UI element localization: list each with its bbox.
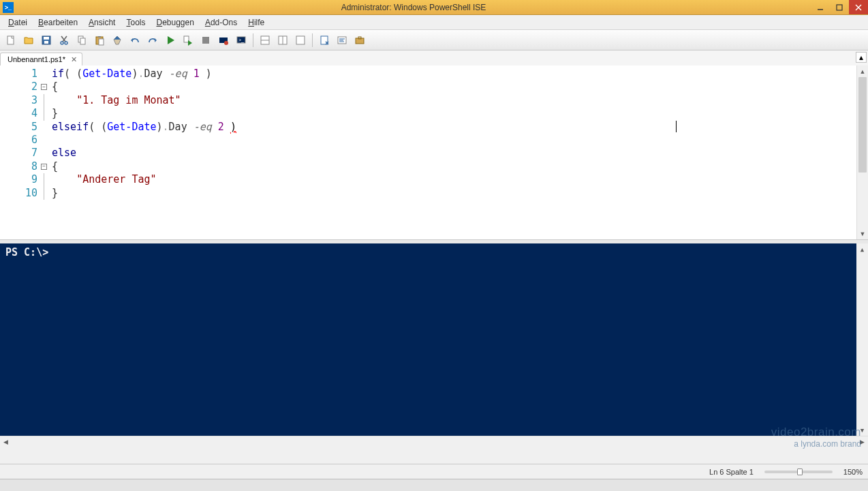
- toolbox-icon[interactable]: [352, 32, 368, 48]
- console-horizontal-scrollbar[interactable]: ◀ ▶: [0, 436, 868, 447]
- svg-text:>_: >_: [238, 38, 244, 43]
- layout3-icon[interactable]: [292, 32, 309, 48]
- svg-rect-27: [296, 36, 305, 44]
- console-pane[interactable]: PS C:\> ▲ ▼: [0, 243, 868, 436]
- close-button[interactable]: [849, 0, 868, 14]
- scroll-up-icon[interactable]: ▲: [857, 65, 868, 77]
- svg-rect-15: [98, 36, 101, 38]
- code-line[interactable]: if( (Get-Date).Day -eq 1 ): [52, 68, 868, 80]
- svg-point-10: [61, 42, 63, 44]
- fold-cell[interactable]: [40, 147, 52, 160]
- menu-add-ons[interactable]: Add-Ons: [200, 16, 243, 29]
- scroll-up-icon[interactable]: ▲: [856, 243, 868, 255]
- line-number: 3: [0, 94, 40, 107]
- svg-point-11: [65, 42, 67, 44]
- code-line[interactable]: }: [52, 187, 868, 200]
- fold-cell[interactable]: [40, 187, 52, 200]
- line-number: 10: [0, 187, 40, 200]
- line-number: 7: [0, 147, 40, 160]
- redo-icon[interactable]: [144, 32, 161, 48]
- svg-rect-4: [7, 36, 14, 44]
- scroll-down-icon[interactable]: ▼: [857, 228, 868, 239]
- menu-bearbeiten[interactable]: Bearbeiten: [33, 16, 83, 29]
- editor-vertical-scrollbar[interactable]: ▲ ▼: [856, 65, 868, 239]
- open-file-icon[interactable]: [20, 32, 37, 48]
- toolbar: >_: [0, 30, 868, 50]
- svg-point-20: [224, 41, 228, 45]
- layout1-icon[interactable]: [257, 32, 273, 48]
- svg-rect-17: [184, 36, 189, 42]
- show-command-icon[interactable]: [334, 32, 350, 48]
- code-line[interactable]: {: [52, 80, 868, 93]
- tab-bar: Unbenannt1.ps1* ✕ ▴: [0, 50, 868, 65]
- code-line[interactable]: }: [52, 107, 868, 120]
- clear-icon[interactable]: [109, 32, 125, 48]
- console-vertical-scrollbar[interactable]: ▲ ▼: [856, 243, 868, 436]
- line-number: 6: [0, 134, 40, 147]
- fold-cell[interactable]: [40, 173, 52, 186]
- svg-rect-13: [80, 38, 85, 44]
- tab-close-icon[interactable]: ✕: [69, 55, 78, 63]
- save-icon[interactable]: [38, 32, 55, 48]
- status-bar: Ln 6 Spalte 1 150%: [0, 464, 868, 479]
- scrollbar-thumb[interactable]: [858, 77, 867, 173]
- fold-cell[interactable]: [40, 134, 52, 147]
- code-line[interactable]: "Anderer Tag": [52, 173, 868, 186]
- fold-cell[interactable]: [40, 94, 52, 107]
- tab-unbenannt1[interactable]: Unbenannt1.ps1* ✕: [0, 53, 82, 65]
- code-line[interactable]: else: [52, 147, 868, 160]
- line-number: 9: [0, 173, 40, 186]
- cut-icon[interactable]: [56, 32, 72, 48]
- maximize-button[interactable]: [830, 0, 849, 14]
- copy-icon[interactable]: [74, 32, 90, 48]
- undo-icon[interactable]: [127, 32, 143, 48]
- stop-icon[interactable]: [198, 32, 214, 48]
- code-editor[interactable]: 12345678910 −− if( (Get-Date).Day -eq 1 …: [0, 65, 868, 240]
- line-number: 2: [0, 80, 40, 93]
- run-icon[interactable]: [162, 32, 179, 48]
- svg-rect-7: [44, 41, 48, 44]
- menu-datei[interactable]: Datei: [3, 16, 33, 29]
- menu-tools[interactable]: Tools: [121, 16, 151, 29]
- menu-debuggen[interactable]: Debuggen: [151, 16, 199, 29]
- fold-cell[interactable]: −: [40, 160, 52, 173]
- layout2-icon[interactable]: [275, 32, 291, 48]
- fold-cell[interactable]: [40, 107, 52, 120]
- svg-rect-1: [837, 5, 842, 10]
- fold-cell[interactable]: −: [40, 80, 52, 93]
- show-script-icon[interactable]: [316, 32, 332, 48]
- window-title: Administrator: Windows PowerShell ISE: [16, 3, 811, 12]
- scroll-up-button[interactable]: ▴: [856, 52, 867, 63]
- svg-rect-6: [44, 37, 49, 40]
- paste-icon[interactable]: [91, 32, 108, 48]
- scroll-right-icon[interactable]: ▶: [856, 436, 868, 447]
- status-zoom: 150%: [843, 468, 863, 476]
- breakpoint-icon[interactable]: [215, 32, 232, 48]
- zoom-slider[interactable]: [764, 471, 833, 473]
- app-icon: >_: [3, 2, 14, 13]
- menu-ansicht[interactable]: Ansicht: [83, 16, 121, 29]
- text-caret: [676, 121, 677, 132]
- scroll-down-icon[interactable]: ▼: [856, 424, 868, 436]
- menu-hilfe[interactable]: Hilfe: [243, 16, 270, 29]
- remote-icon[interactable]: >_: [233, 32, 249, 48]
- svg-rect-18: [202, 37, 209, 44]
- code-area[interactable]: if( (Get-Date).Day -eq 1 ){ "1. Tag im M…: [52, 65, 868, 239]
- code-line[interactable]: {: [52, 160, 868, 173]
- minimize-button[interactable]: [811, 0, 830, 14]
- svg-rect-16: [99, 39, 104, 45]
- taskbar: [0, 479, 868, 491]
- code-line[interactable]: [52, 134, 868, 147]
- new-file-icon[interactable]: [3, 32, 19, 48]
- line-number: 1: [0, 68, 40, 80]
- fold-cell[interactable]: [40, 121, 52, 134]
- code-line[interactable]: "1. Tag im Monat": [52, 94, 868, 107]
- fold-cell[interactable]: [40, 68, 52, 80]
- status-position: Ln 6 Spalte 1: [709, 468, 754, 476]
- line-number: 5: [0, 121, 40, 134]
- scroll-left-icon[interactable]: ◀: [0, 436, 12, 447]
- zoom-slider-thumb[interactable]: [797, 468, 803, 475]
- code-line[interactable]: elseif( (Get-Date).Day -eq 2 ): [52, 121, 868, 134]
- fold-column[interactable]: −−: [40, 65, 52, 239]
- run-selection-icon[interactable]: [180, 32, 196, 48]
